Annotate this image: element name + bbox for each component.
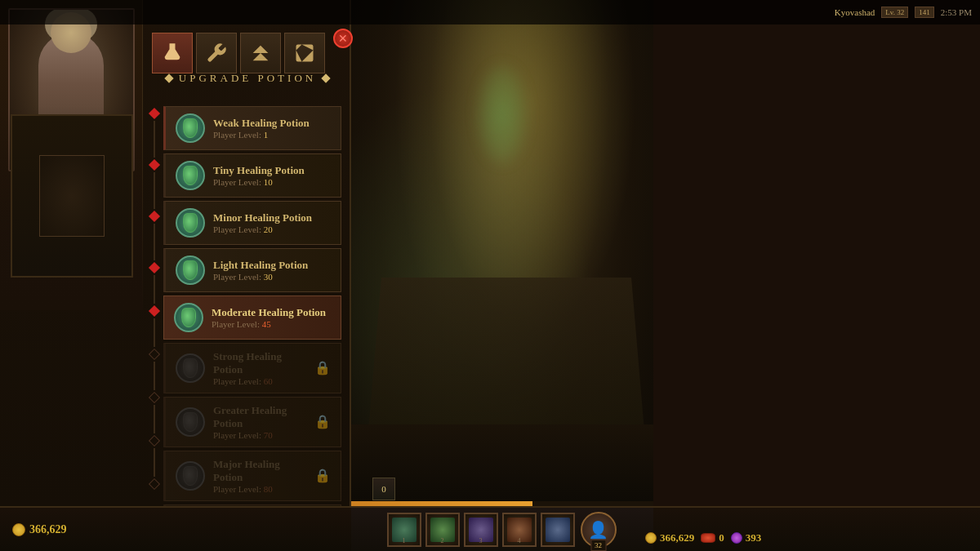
indicator-bar bbox=[149, 106, 159, 506]
char-panel: 32 RAGNA Hermetic Nightmare Profile Mate… bbox=[637, 0, 980, 506]
game-world bbox=[351, 0, 653, 506]
gold-coin-icon bbox=[12, 523, 25, 536]
potion-level: Player Level: 30 bbox=[213, 272, 331, 282]
quantity-indicator: 0 bbox=[372, 478, 395, 500]
level-display: 32 bbox=[590, 540, 606, 551]
potion-info-3: Minor Healing Potion Player Level: 20 bbox=[213, 211, 331, 234]
panel-frame bbox=[0, 106, 143, 310]
gold-icon bbox=[645, 532, 657, 544]
indicator-dot-5 bbox=[149, 305, 160, 317]
top-bar: Kyovashad Lv. 32 141 2:53 PM bbox=[0, 0, 980, 24]
gold-value: 366,629 bbox=[660, 531, 694, 544]
potion-name: Strong Healing Potion bbox=[213, 350, 306, 376]
list-item[interactable]: Weak Healing Potion Player Level: 1 bbox=[163, 106, 341, 150]
potion-icon-6 bbox=[176, 353, 205, 383]
purple-value: 393 bbox=[746, 531, 762, 544]
indicator-dot-6 bbox=[149, 349, 160, 360]
potion-info-7: Greater Healing Potion Player Level: 70 bbox=[213, 404, 306, 440]
flask-icon bbox=[181, 308, 196, 327]
potion-icon-7 bbox=[176, 407, 205, 437]
flask-icon bbox=[183, 358, 198, 378]
potion-info-6: Strong Healing Potion Player Level: 60 bbox=[213, 350, 306, 386]
indicator-dot-8 bbox=[149, 435, 160, 447]
potion-icon-3 bbox=[176, 208, 205, 238]
potion-info-2: Tiny Healing Potion Player Level: 10 bbox=[213, 164, 331, 187]
tab-upgrade[interactable] bbox=[240, 33, 281, 73]
potion-list: Weak Healing Potion Player Level: 1 Tiny… bbox=[163, 106, 341, 551]
potion-level: Player Level: 10 bbox=[213, 177, 331, 187]
potion-name: Greater Healing Potion bbox=[213, 404, 306, 430]
player-name: Kyovashad bbox=[835, 7, 875, 17]
level-inner-tag: 141 bbox=[915, 7, 934, 18]
list-item[interactable]: Minor Healing Potion Player Level: 20 bbox=[163, 201, 341, 245]
potion-level: Player Level: 1 bbox=[213, 130, 331, 140]
indicator-dot-4 bbox=[149, 262, 160, 273]
potion-name: Light Healing Potion bbox=[213, 259, 331, 272]
flask-icon bbox=[183, 466, 198, 486]
list-item[interactable]: Strong Healing Potion Player Level: 60 🔒 bbox=[163, 343, 341, 393]
purple-resource: 393 bbox=[731, 531, 762, 544]
tab-craft[interactable] bbox=[196, 33, 237, 73]
potion-icon-1 bbox=[176, 113, 205, 143]
close-button[interactable]: ✕ bbox=[333, 29, 353, 48]
hotbar-skill-3[interactable]: 3 bbox=[464, 513, 498, 547]
frame-symbol bbox=[39, 155, 105, 237]
title-diamond-left bbox=[164, 73, 173, 82]
right-resources: 366,629 0 393 bbox=[637, 531, 769, 544]
skill-icon-5 bbox=[546, 518, 570, 542]
list-item[interactable]: Greater Healing Potion Player Level: 70 … bbox=[163, 397, 341, 447]
potion-level: Player Level: 60 bbox=[213, 376, 306, 386]
panel-title: UPGRADE POTION bbox=[179, 72, 316, 85]
potion-level: Player Level: 70 bbox=[213, 430, 306, 440]
hotbar: 1 2 3 4 👤 32 bbox=[351, 506, 653, 551]
level-tag: Lv. 32 bbox=[881, 7, 908, 18]
indicator-dot-2 bbox=[149, 159, 160, 171]
lock-icon: 🔒 bbox=[314, 414, 331, 430]
indicator-dot-1 bbox=[149, 108, 160, 119]
potion-info-4: Light Healing Potion Player Level: 30 bbox=[213, 259, 331, 282]
list-item[interactable]: Tiny Healing Potion Player Level: 10 bbox=[163, 153, 341, 198]
purple-resource-icon bbox=[731, 532, 742, 544]
npc-area: VEROKA Alchemist bbox=[0, 0, 143, 310]
list-item[interactable]: Moderate Healing Potion Player Level: 45 bbox=[163, 295, 341, 340]
flask-icon bbox=[183, 166, 198, 185]
hotbar-skill-1[interactable]: 1 bbox=[387, 513, 421, 547]
title-diamond-right bbox=[321, 73, 330, 82]
potion-name: Minor Healing Potion bbox=[213, 211, 331, 224]
indicator-dot-3 bbox=[149, 211, 160, 222]
indicator-dot-7 bbox=[149, 392, 160, 403]
hotbar-skill-5[interactable] bbox=[541, 513, 575, 547]
list-item[interactable]: Major Healing Potion Player Level: 80 🔒 bbox=[163, 451, 341, 501]
flask-icon bbox=[183, 118, 198, 138]
flask-icon bbox=[183, 213, 198, 233]
potion-level: Player Level: 45 bbox=[212, 319, 331, 329]
red-resource: 0 bbox=[701, 531, 724, 544]
potion-level: Player Level: 80 bbox=[213, 484, 306, 494]
potion-icon-2 bbox=[176, 161, 205, 190]
potion-icon-5 bbox=[174, 303, 203, 332]
list-item[interactable]: Light Healing Potion Player Level: 30 bbox=[163, 248, 341, 292]
potion-info-5: Moderate Healing Potion Player Level: 45 bbox=[212, 306, 331, 329]
character-portrait-hotbar[interactable]: 👤 32 bbox=[579, 510, 618, 549]
flask-icon bbox=[183, 260, 198, 280]
gold-resource: 366,629 bbox=[645, 531, 694, 544]
panel-title-row: UPGRADE POTION bbox=[145, 72, 350, 85]
gold-display: 366,629 bbox=[0, 523, 79, 536]
potion-info-1: Weak Healing Potion Player Level: 1 bbox=[213, 117, 331, 140]
lock-icon: 🔒 bbox=[314, 360, 331, 376]
flask-icon bbox=[183, 412, 198, 432]
time-display: 2:53 PM bbox=[941, 7, 972, 17]
hotbar-skill-2[interactable]: 2 bbox=[425, 513, 460, 547]
gold-amount: 366,629 bbox=[29, 523, 67, 536]
potion-name: Weak Healing Potion bbox=[213, 117, 331, 130]
left-panel: VEROKA Alchemist UPGRADE POTION bbox=[0, 0, 351, 506]
potion-name: Moderate Healing Potion bbox=[212, 306, 331, 319]
lock-icon: 🔒 bbox=[314, 468, 331, 484]
red-value: 0 bbox=[719, 531, 724, 544]
tab-other[interactable] bbox=[284, 33, 325, 73]
potion-level: Player Level: 20 bbox=[213, 224, 331, 234]
potion-icon-8 bbox=[176, 461, 205, 491]
tab-potion[interactable] bbox=[152, 33, 193, 73]
hotbar-skill-4[interactable]: 4 bbox=[502, 513, 537, 547]
indicator-dot-9 bbox=[149, 478, 160, 490]
